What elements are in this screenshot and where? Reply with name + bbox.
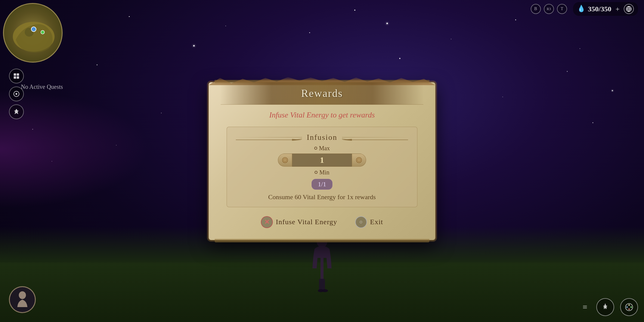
min-label-row: Min	[236, 169, 408, 176]
dialog-overlay: Rewards Infuse Vital Energy to get rewar…	[0, 0, 644, 322]
min-dot-icon	[315, 171, 318, 174]
x-button-icon: ✕	[261, 216, 273, 228]
svg-point-20	[282, 157, 288, 163]
stepper-increase-button[interactable]	[352, 154, 366, 167]
infusion-box: Infusion Max	[227, 127, 417, 207]
infuse-button-label: Infuse Vital Energy	[276, 218, 337, 226]
consume-description: Consume 60 Vital Energy for 1x rewards	[236, 193, 408, 201]
infusion-title-row: Infusion	[236, 133, 408, 142]
stepper-row: 1	[236, 154, 408, 167]
rewards-dialog: Rewards Infuse Vital Energy to get rewar…	[209, 82, 435, 240]
stepper-value: 1	[292, 154, 352, 167]
o-button-icon: ○	[355, 216, 367, 228]
min-label: Min	[319, 169, 329, 176]
dialog-title: Rewards	[227, 87, 417, 100]
exit-button-label: Exit	[370, 218, 383, 226]
max-dot-icon	[314, 147, 317, 150]
stepper-decrease-button[interactable]	[278, 154, 292, 167]
dialog-subtitle: Infuse Vital Energy to get rewards	[221, 111, 423, 120]
max-label: Max	[319, 145, 330, 152]
counter-badge: 1/1	[312, 179, 332, 190]
infuse-button[interactable]: ✕ Infuse Vital Energy	[261, 216, 337, 228]
dialog-title-bar: Rewards	[221, 82, 423, 105]
infusion-divider-left	[236, 137, 302, 137]
svg-point-22	[356, 157, 362, 163]
dialog-buttons: ✕ Infuse Vital Energy ○ Exit	[221, 216, 423, 228]
max-label-row: Max	[236, 145, 408, 152]
infusion-divider-right	[342, 137, 408, 137]
infusion-title: Infusion	[307, 133, 338, 142]
exit-button[interactable]: ○ Exit	[355, 216, 383, 228]
dialog-content: Rewards Infuse Vital Energy to get rewar…	[209, 82, 435, 240]
